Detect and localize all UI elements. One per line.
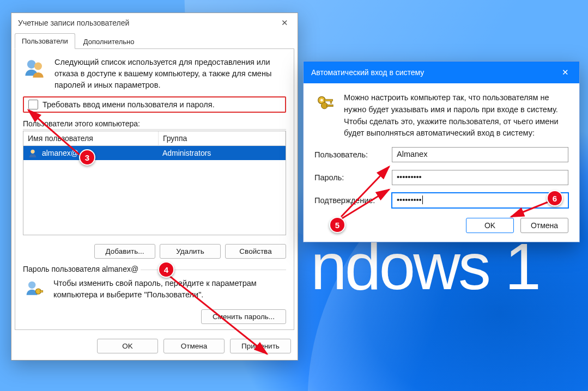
keys-icon [314, 92, 336, 114]
dialog-title: Автоматический вход в систему [311, 68, 424, 77]
svg-point-2 [31, 150, 34, 154]
dialog-description: Можно настроить компьютер так, что польз… [344, 92, 568, 139]
user-label: Пользователь: [314, 150, 392, 159]
add-user-button[interactable]: Добавить... [94, 244, 155, 259]
require-login-label: Требовать ввод имени пользователя и паро… [43, 100, 215, 109]
password-label: Пароль: [314, 173, 392, 182]
window-title: Учетные записи пользователей [18, 19, 129, 27]
ok-button[interactable]: OK [97, 339, 158, 353]
svg-point-7 [320, 99, 323, 102]
users-icon [23, 57, 46, 80]
col-group[interactable]: Группа [159, 131, 286, 146]
svg-rect-8 [324, 99, 332, 101]
user-avatar-icon [28, 148, 38, 158]
user-accounts-window: Учетные записи пользователей ✕ Пользоват… [11, 13, 298, 361]
tab-advanced[interactable]: Дополнительно [76, 34, 142, 49]
svg-rect-11 [327, 105, 334, 106]
confirm-label: Подтверждение: [314, 196, 392, 205]
dialog-titlebar: Автоматический вход в систему ✕ [304, 62, 579, 83]
annotation-badge-4: 4 [158, 261, 174, 278]
auto-login-dialog: Автоматический вход в систему ✕ Можно на… [303, 61, 580, 242]
cancel-button[interactable]: Отмена [163, 339, 225, 353]
svg-rect-5 [40, 290, 43, 292]
annotation-badge-3: 3 [79, 149, 95, 166]
col-username[interactable]: Имя пользователя [23, 131, 159, 146]
confirm-row: Подтверждение: ••••••••• [314, 193, 568, 208]
description-text: Следующий список используется для предос… [54, 57, 286, 91]
users-list-header: Имя пользователя Группа [23, 131, 286, 146]
key-user-icon [23, 278, 45, 300]
user-row: Пользователь: Almanex [314, 147, 568, 162]
dialog-cancel-button[interactable]: Отмена [520, 218, 568, 233]
row-username: almanex@ [42, 149, 78, 157]
dialog-close-icon[interactable]: ✕ [556, 66, 574, 79]
row-group: Administrators [158, 146, 286, 160]
apply-button[interactable]: Применить [230, 339, 291, 353]
change-password-button[interactable]: Сменить пароль... [201, 309, 286, 324]
users-list-label: Пользователи этого компьютера: [23, 119, 286, 130]
annotation-badge-6: 6 [547, 190, 563, 206]
delete-user-button[interactable]: Удалить [160, 244, 221, 259]
close-icon[interactable]: ✕ [276, 16, 293, 29]
svg-point-1 [34, 63, 42, 70]
password-section: Пароль пользователя almanex@ Чтобы измен… [23, 270, 286, 324]
svg-point-3 [28, 282, 35, 289]
confirm-input[interactable]: ••••••••• [392, 193, 568, 208]
require-login-row: Требовать ввод имени пользователя и паро… [23, 96, 286, 113]
password-section-legend: Пароль пользователя almanex@ [23, 265, 141, 273]
users-listbox[interactable]: Имя пользователя Группа almanex@ Adminis… [23, 131, 286, 235]
password-input[interactable]: ••••••••• [392, 170, 568, 185]
tab-users[interactable]: Пользователи [15, 33, 75, 49]
window-buttons: OK Отмена Применить [11, 333, 298, 360]
window-titlebar: Учетные записи пользователей ✕ [11, 13, 298, 33]
password-row: Пароль: ••••••••• [314, 170, 568, 185]
properties-button[interactable]: Свойства [225, 244, 286, 259]
annotation-badge-5: 5 [329, 217, 345, 233]
password-desc: Чтобы изменить свой пароль, перейдите к … [53, 278, 286, 301]
tab-pane-users: Следующий список используется для предос… [15, 48, 294, 330]
users-list-row[interactable]: almanex@ Administrators [23, 146, 286, 160]
dialog-buttons: OK Отмена [314, 218, 568, 233]
svg-rect-9 [330, 101, 332, 103]
dialog-ok-button[interactable]: OK [466, 218, 514, 233]
user-buttons-row: Добавить... Удалить Свойства [23, 244, 286, 259]
svg-point-0 [27, 60, 36, 69]
user-input[interactable]: Almanex [392, 147, 568, 162]
require-login-checkbox[interactable] [28, 100, 38, 109]
tab-strip: Пользователи Дополнительно [11, 33, 298, 48]
